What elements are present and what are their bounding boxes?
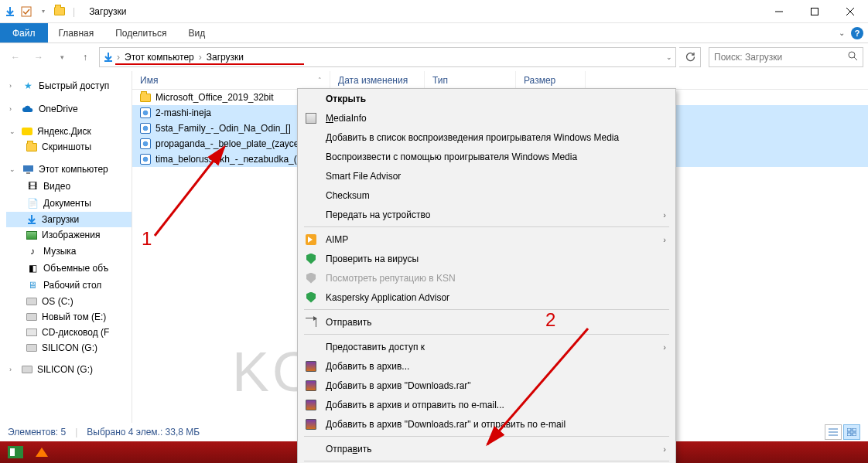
ctx-mediainfo[interactable]: MediaInfo <box>298 108 675 128</box>
nav-back-button[interactable]: ← <box>5 47 26 67</box>
search-box[interactable] <box>709 47 863 67</box>
sidebar-screenshots[interactable]: Скриншоты <box>6 139 132 155</box>
ctx-label: Checksum <box>326 190 666 201</box>
downloads-icon <box>26 214 37 225</box>
search-icon[interactable] <box>848 51 858 63</box>
maximize-button[interactable] <box>797 0 832 23</box>
sidebar-onedrive[interactable]: › OneDrive <box>6 100 132 117</box>
nav-recent-dropdown[interactable]: ▾ <box>51 47 73 67</box>
tab-view[interactable]: Вид <box>177 23 216 43</box>
ctx-label: Добавить в архив "Downloads.rar" и отпра… <box>326 419 666 430</box>
drive-icon <box>26 313 37 321</box>
svg-rect-12 <box>10 448 15 456</box>
sidebar-drive-g-root[interactable]: › SILICON (G:) <box>6 362 132 377</box>
help-icon[interactable]: ? <box>851 27 863 39</box>
separator <box>304 436 669 437</box>
breadcrumb-root[interactable]: Этот компьютер <box>123 52 196 63</box>
ctx-scan[interactable]: Проверить на вирусы <box>298 249 675 268</box>
ctx-kaa[interactable]: Kaspersky Application Advisor <box>298 288 675 307</box>
taskbar-app-2[interactable] <box>32 444 51 460</box>
refresh-button[interactable] <box>679 47 701 67</box>
sidebar-label: SILICON (G:) <box>42 342 97 353</box>
ctx-rar-email[interactable]: Добавить в архив и отправить по e-mail..… <box>298 395 675 414</box>
ctx-cast[interactable]: Передать на устройство› <box>298 205 675 224</box>
col-name[interactable]: Имя˄ <box>132 71 330 89</box>
context-menu: Открыть MediaInfo Добавить в список восп… <box>297 88 676 463</box>
sidebar-3d[interactable]: ◧Объемные объ <box>6 260 132 277</box>
expand-icon[interactable]: › <box>9 105 17 113</box>
view-details-button[interactable] <box>825 424 842 440</box>
separator <box>304 309 669 310</box>
collapse-icon[interactable]: ⌄ <box>9 165 17 173</box>
ctx-wmp-play[interactable]: Воспроизвести с помощью проигрывателя Wi… <box>298 147 675 166</box>
ctx-label: Воспроизвести с помощью проигрывателя Wi… <box>326 151 666 162</box>
expand-icon[interactable]: › <box>9 366 17 373</box>
ctx-rar-add-dl[interactable]: Добавить в архив "Downloads.rar" <box>298 376 675 395</box>
ctx-rar-dl-email[interactable]: Добавить в архив "Downloads.rar" и отпра… <box>298 414 675 434</box>
ctx-label: Kaspersky Application Advisor <box>326 292 666 303</box>
qat-dropdown-icon[interactable]: ▾ <box>37 5 50 18</box>
sidebar-drive-g[interactable]: SILICON (G:) <box>6 340 132 356</box>
status-selection: Выбрано 4 элем.: 33,8 МБ <box>87 427 200 437</box>
ribbon-collapse-icon[interactable]: ⌄ <box>839 29 845 37</box>
ribbon-tabs: Файл Главная Поделиться Вид ⌄ ? <box>0 23 868 43</box>
sidebar-desktop[interactable]: 🖥Рабочий стол <box>6 277 132 294</box>
qat-checkbox-icon[interactable] <box>20 5 32 18</box>
close-button[interactable] <box>832 0 868 23</box>
col-date[interactable]: Дата изменения <box>330 71 425 89</box>
ctx-label: Посмотреть репутацию в KSN <box>326 273 666 284</box>
audio-file-icon <box>140 123 151 134</box>
tab-home[interactable]: Главная <box>48 23 105 43</box>
pc-icon <box>22 163 34 175</box>
sidebar-drive-c[interactable]: OS (C:) <box>6 294 132 309</box>
ctx-wmp-add[interactable]: Добавить в список воспроизведения проигр… <box>298 128 675 147</box>
sidebar-label: OS (C:) <box>42 296 73 307</box>
sidebar-this-pc[interactable]: ⌄ Этот компьютер <box>6 161 132 178</box>
sidebar-quick-access[interactable]: › ★ Быстрый доступ <box>6 77 132 94</box>
separator <box>304 226 669 227</box>
view-icons-button[interactable] <box>843 424 860 440</box>
ctx-share-access[interactable]: Предоставить доступ к› <box>298 337 675 356</box>
sidebar-documents[interactable]: 📄Документы <box>6 195 132 212</box>
collapse-icon[interactable]: ⌄ <box>9 128 17 135</box>
ctx-send-to[interactable]: Отправить› <box>298 439 675 458</box>
sidebar-music[interactable]: ♪Музыка <box>6 243 132 260</box>
minimize-button[interactable] <box>761 0 797 23</box>
address-history-dropdown[interactable]: ⌄ <box>666 53 672 61</box>
tab-file[interactable]: Файл <box>0 23 48 43</box>
shield-icon <box>306 254 316 264</box>
taskbar-app-1[interactable] <box>6 444 25 460</box>
breadcrumb-current[interactable]: Загрузки <box>205 52 245 63</box>
music-icon: ♪ <box>26 245 39 257</box>
ctx-aimp[interactable]: AIMP› <box>298 230 675 249</box>
nav-up-button[interactable]: ↑ <box>74 47 96 67</box>
sidebar-videos[interactable]: 🎞Видео <box>6 178 132 195</box>
audio-file-icon <box>140 154 151 165</box>
sidebar-pictures[interactable]: Изображения <box>6 227 132 243</box>
ctx-open[interactable]: Открыть <box>298 89 675 108</box>
shield-icon <box>306 292 316 303</box>
ctx-rar-add[interactable]: Добавить в архив... <box>298 356 675 376</box>
col-size[interactable]: Размер <box>516 71 586 89</box>
ctx-checksum[interactable]: Checksum <box>298 186 675 205</box>
tab-share[interactable]: Поделиться <box>104 23 177 43</box>
ctx-sfa[interactable]: Smart File Advisor <box>298 166 675 186</box>
pictures-icon <box>26 231 37 240</box>
ctx-send[interactable]: Отправить <box>298 312 675 332</box>
sidebar-downloads[interactable]: Загрузки <box>6 212 132 227</box>
col-type[interactable]: Тип <box>425 71 516 89</box>
chevron-right-icon[interactable]: › <box>115 52 121 63</box>
sidebar-yandex-disk[interactable]: ⌄ Яндекс.Диск <box>6 124 132 139</box>
sidebar-cd-drive[interactable]: CD-дисковод (F <box>6 325 132 340</box>
svg-point-2 <box>849 52 855 58</box>
chevron-right-icon[interactable]: › <box>197 52 203 63</box>
expand-icon[interactable]: › <box>9 82 17 90</box>
svg-marker-13 <box>36 448 48 457</box>
address-bar[interactable]: › Этот компьютер › Загрузки ⌄ <box>99 47 676 67</box>
sidebar-drive-e[interactable]: Новый том (E:) <box>6 309 132 325</box>
sidebar-label: Загрузки <box>42 214 79 225</box>
nav-forward-button[interactable]: → <box>28 47 50 67</box>
search-input[interactable] <box>714 52 848 63</box>
submenu-arrow-icon: › <box>663 210 666 220</box>
sidebar-label: Яндекс.Диск <box>37 126 91 137</box>
